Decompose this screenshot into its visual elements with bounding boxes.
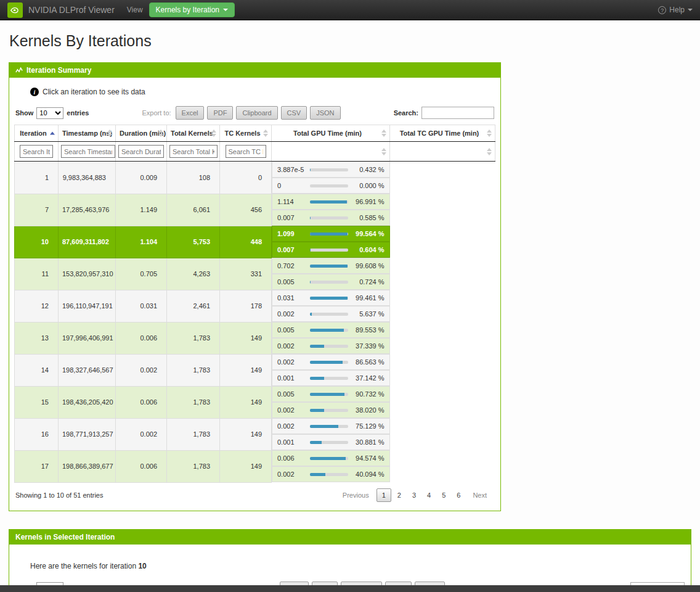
cell-gpu-time: 0.70299.608 % (272, 258, 390, 274)
cell-total-kernels: 108 (167, 162, 220, 194)
cell-duration: 0.006 (116, 322, 167, 354)
column-header-iteration[interactable]: Iteration (15, 125, 59, 142)
progress-bar (310, 281, 348, 284)
progress-bar (310, 184, 348, 187)
iteration-row[interactable]: 15198,436,205,4200.0061,7831490.00590.73… (15, 386, 495, 418)
cell-tc-gpu-time: 0.00240.094 % (272, 466, 390, 482)
cell-tc-gpu-time: 0.00238.020 % (272, 402, 390, 418)
cell-duration: 1.104 (116, 226, 167, 258)
next-page-button[interactable]: Next (466, 489, 493, 501)
cell-duration: 0.006 (116, 386, 167, 418)
cell-duration: 0.006 (116, 450, 167, 482)
column-header-total-kernels[interactable]: Total Kernels (167, 125, 220, 142)
kernels-by-iteration-menu-button[interactable]: Kernels by Iteration (149, 2, 235, 17)
column-header-tc-kernels[interactable]: TC Kernels (220, 125, 272, 142)
chevron-down-icon (688, 9, 693, 11)
column-header-duration[interactable]: Duration (min) (116, 125, 167, 142)
cell-total-kernels: 1,783 (167, 386, 220, 418)
export-csv-button[interactable]: CSV (281, 106, 307, 120)
cell-duration: 0.705 (116, 258, 167, 290)
cell-total-kernels: 1,783 (167, 450, 220, 482)
view-menu[interactable]: View (127, 6, 143, 14)
cell-timestamp: 153,820,957,310 (59, 258, 116, 290)
cell-iteration: 11 (15, 258, 59, 290)
cell-total-kernels: 5,753 (167, 226, 220, 258)
iteration-row[interactable]: 1087,609,311,8021.1045,7534481.09999.564… (15, 226, 495, 258)
cell-tc-kernels: 149 (220, 322, 272, 354)
progress-bar (310, 457, 348, 460)
cell-tc-gpu-time: 0.00137.142 % (272, 370, 390, 386)
help-menu[interactable]: ? Help (658, 6, 693, 14)
kernels-intro-text: Here are the kernels for iteration 10 (14, 551, 686, 580)
iteration-row[interactable]: 11153,820,957,3100.7054,2633310.70299.60… (15, 258, 495, 290)
sort-icon (50, 132, 55, 135)
iteration-row[interactable]: 16198,771,913,2570.0021,7831490.00275.12… (15, 418, 495, 450)
cell-timestamp: 198,771,913,257 (59, 418, 116, 450)
page-button[interactable]: 6 (452, 489, 465, 501)
page-bottom-bar (0, 585, 700, 592)
cell-gpu-time: 1.09999.564 % (272, 226, 390, 242)
chevron-down-icon (223, 9, 228, 11)
column-header-total-gpu-time[interactable]: Total GPU Time (min) (272, 125, 390, 142)
iteration-row[interactable]: 717,285,463,9761.1496,0614561.11496.991 … (15, 194, 495, 226)
page-button[interactable]: 2 (393, 489, 406, 501)
page-button[interactable]: 4 (422, 489, 436, 501)
progress-bar (310, 425, 348, 428)
column-header-total-tc-gpu-time[interactable]: Total TC GPU Time (min) (390, 125, 495, 142)
cell-gpu-time: 0.00286.563 % (272, 354, 390, 370)
cell-tc-gpu-time: 0.0070.585 % (272, 210, 390, 226)
cell-timestamp: 197,996,406,991 (59, 322, 116, 354)
cell-total-kernels: 2,461 (167, 290, 220, 322)
page-button[interactable]: 5 (437, 489, 450, 501)
cell-timestamp: 198,327,646,567 (59, 354, 116, 386)
export-json-button[interactable]: JSON (310, 106, 340, 120)
previous-page-button[interactable]: Previous (336, 489, 375, 501)
page-button[interactable]: 3 (407, 489, 421, 501)
iteration-row[interactable]: 19,983,364,8830.00910803.887e-50.432 %00… (15, 162, 495, 194)
cell-iteration: 1 (15, 162, 59, 194)
table-search-input[interactable] (421, 107, 494, 119)
cell-tc-gpu-time: 0.0070.604 % (272, 242, 390, 258)
iteration-summary-panel: Iteration Summary i Click an iteration t… (9, 62, 501, 511)
app-title: NVIDIA DLProf Viewer (28, 5, 115, 15)
progress-bar (310, 168, 348, 171)
export-pdf-button[interactable]: PDF (207, 106, 233, 120)
cell-iteration: 17 (15, 450, 59, 482)
search-label: Search: (394, 109, 418, 117)
cell-total-kernels: 1,783 (167, 354, 220, 386)
cell-tc-kernels: 149 (220, 450, 272, 482)
cell-gpu-time: 0.00694.574 % (272, 450, 390, 466)
iteration-row[interactable]: 13197,996,406,9910.0061,7831490.00589.55… (15, 322, 495, 354)
page-size-select[interactable]: 10 (36, 107, 63, 119)
search-total-kernels-input[interactable] (169, 145, 218, 158)
pagination: Previous123456Next (336, 488, 493, 502)
cell-iteration: 14 (15, 354, 59, 386)
cell-tc-gpu-time: 0.00130.881 % (272, 434, 390, 450)
cell-tc-gpu-time: 00.000 % (272, 178, 390, 194)
iteration-row[interactable]: 14198,327,646,5670.0021,7831490.00286.56… (15, 354, 495, 386)
export-excel-button[interactable]: Excel (176, 106, 205, 120)
cell-total-kernels: 1,783 (167, 418, 220, 450)
top-navbar: NVIDIA DLProf Viewer View Kernels by Ite… (0, 0, 700, 20)
page-button[interactable]: 1 (376, 488, 391, 502)
search-tc-kernels-input[interactable] (226, 145, 266, 158)
cell-gpu-time: 0.03199.461 % (272, 290, 390, 306)
iteration-row[interactable]: 17198,866,389,6770.0061,7831490.00694.57… (15, 450, 495, 482)
search-duration-input[interactable] (118, 145, 164, 158)
progress-bar (310, 216, 348, 220)
cell-duration: 0.002 (116, 418, 167, 450)
iteration-row[interactable]: 12196,110,947,1910.0312,4611780.03199.46… (15, 290, 495, 322)
progress-bar (310, 297, 348, 300)
progress-bar (310, 473, 348, 476)
export-clipboard-button[interactable]: Clipboard (236, 106, 277, 120)
cell-tc-kernels: 0 (220, 162, 272, 194)
cell-timestamp: 87,609,311,802 (59, 226, 116, 258)
cell-duration: 0.002 (116, 354, 167, 386)
search-iteration-input[interactable] (20, 145, 53, 158)
column-header-timestamp[interactable]: Timestamp (ns) (59, 125, 116, 142)
cell-timestamp: 17,285,463,976 (59, 194, 116, 226)
cell-tc-gpu-time: 0.0050.724 % (272, 274, 390, 290)
sort-icon (107, 130, 112, 137)
progress-bar (310, 409, 348, 412)
search-timestamp-input[interactable] (61, 145, 115, 158)
